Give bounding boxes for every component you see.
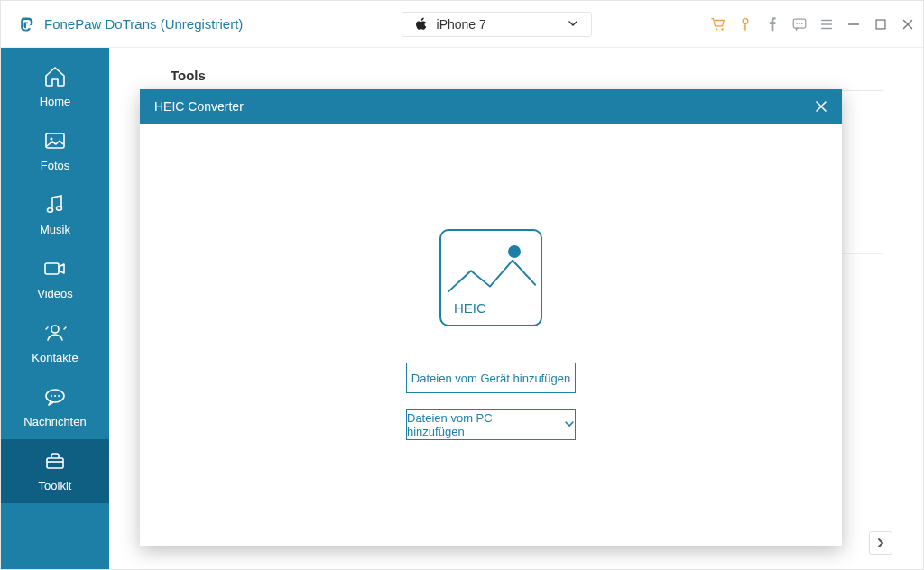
body: Home Fotos Musik Videos xyxy=(1,48,923,569)
menu-icon[interactable] xyxy=(818,16,835,32)
sidebar-item-label: Kontakte xyxy=(32,351,78,364)
svg-point-9 xyxy=(50,137,52,140)
sidebar-item-nachrichten[interactable]: Nachrichten xyxy=(1,375,109,439)
heic-illustration: HEIC xyxy=(439,229,542,326)
sidebar-item-toolkit[interactable]: Toolkit xyxy=(1,439,109,503)
svg-point-15 xyxy=(51,395,52,397)
sidebar-item-musik[interactable]: Musik xyxy=(1,183,109,247)
maximize-icon[interactable] xyxy=(873,16,889,32)
photo-icon xyxy=(42,128,68,153)
add-from-device-button[interactable]: Dateien vom Gerät hinzufügen xyxy=(406,363,576,393)
device-name: iPhone 7 xyxy=(437,17,486,32)
svg-point-0 xyxy=(716,28,717,30)
sidebar-item-label: Home xyxy=(40,95,71,108)
sidebar-item-label: Fotos xyxy=(41,159,70,172)
sidebar-item-fotos[interactable]: Fotos xyxy=(1,119,109,183)
chevron-down-icon xyxy=(568,16,578,32)
toolkit-icon xyxy=(42,448,68,473)
svg-point-1 xyxy=(721,28,723,30)
sidebar-item-videos[interactable]: Videos xyxy=(1,247,109,311)
sidebar-item-home[interactable]: Home xyxy=(1,55,109,119)
svg-point-11 xyxy=(57,207,62,210)
dialog-buttons: Dateien vom Gerät hinzufügen Dateien vom… xyxy=(406,363,576,440)
dialog-title: HEIC Converter xyxy=(154,99,244,114)
svg-point-2 xyxy=(743,18,748,23)
dialog-titlebar: HEIC Converter xyxy=(140,89,842,124)
key-icon[interactable] xyxy=(737,16,753,32)
device-picker[interactable]: iPhone 7 xyxy=(402,12,592,37)
main-area: Tools HEIC Converter xyxy=(109,48,923,569)
svg-point-17 xyxy=(58,395,60,397)
section-title: Tools xyxy=(171,68,883,91)
sidebar-item-label: Musik xyxy=(40,223,70,236)
video-icon xyxy=(42,256,68,281)
svg-rect-7 xyxy=(876,20,885,29)
app-title: FonePaw DoTrans (Unregistriert) xyxy=(44,16,243,32)
messages-icon xyxy=(42,384,68,409)
close-icon[interactable] xyxy=(900,16,916,32)
sidebar-item-label: Toolkit xyxy=(39,479,72,492)
app-logo-area: FonePaw DoTrans (Unregistriert) xyxy=(17,15,243,33)
next-page-button[interactable] xyxy=(869,531,892,555)
add-from-pc-button[interactable]: Dateien vom PC hinzufügen xyxy=(406,409,576,440)
contacts-icon xyxy=(42,320,68,345)
svg-point-4 xyxy=(796,23,798,24)
svg-point-5 xyxy=(799,23,800,24)
svg-point-13 xyxy=(51,326,59,333)
titlebar-icon-tray xyxy=(710,16,916,32)
button-label: Dateien vom Gerät hinzufügen xyxy=(411,372,570,385)
sidebar-item-label: Videos xyxy=(37,287,73,300)
home-icon xyxy=(42,64,68,89)
app-window: FonePaw DoTrans (Unregistriert) iPhone 7 xyxy=(0,0,924,570)
svg-rect-12 xyxy=(45,263,59,274)
music-icon xyxy=(42,192,68,217)
sidebar-item-kontakte[interactable]: Kontakte xyxy=(1,311,109,375)
facebook-icon[interactable] xyxy=(764,16,781,32)
minimize-icon[interactable] xyxy=(845,16,862,32)
message-icon[interactable] xyxy=(791,16,808,32)
chevron-down-icon xyxy=(564,418,575,432)
dialog-close-icon[interactable] xyxy=(815,100,827,113)
svg-point-10 xyxy=(48,208,53,212)
svg-rect-8 xyxy=(46,133,64,148)
titlebar: FonePaw DoTrans (Unregistriert) iPhone 7 xyxy=(1,1,923,48)
apple-icon xyxy=(415,17,428,32)
dialog-body: HEIC Dateien vom Gerät hinzufügen Dateie… xyxy=(140,124,842,546)
svg-point-6 xyxy=(801,23,803,24)
svg-rect-18 xyxy=(47,458,63,468)
app-logo-icon xyxy=(17,15,35,33)
heic-badge-text: HEIC xyxy=(454,300,486,316)
heic-converter-dialog: HEIC Converter HEIC D xyxy=(140,89,842,546)
svg-point-16 xyxy=(54,395,56,397)
sidebar-item-label: Nachrichten xyxy=(23,415,86,428)
sidebar: Home Fotos Musik Videos xyxy=(1,48,109,569)
cart-icon[interactable] xyxy=(710,16,726,32)
button-label: Dateien vom PC hinzufügen xyxy=(407,411,550,438)
